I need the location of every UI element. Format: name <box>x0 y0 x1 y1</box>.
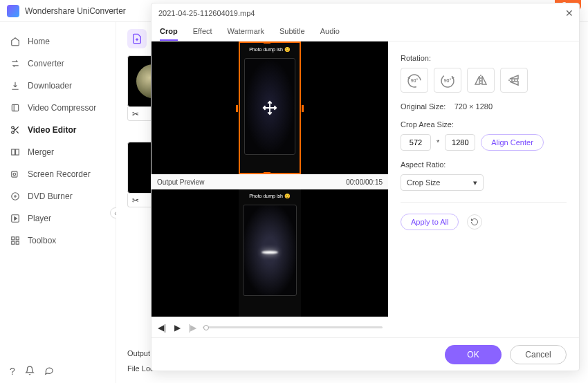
prev-frame-button[interactable]: ◀| <box>157 323 167 333</box>
crop-multiply: * <box>437 138 439 147</box>
original-size-value: 720 × 1280 <box>454 102 493 111</box>
sidebar-item-screen-recorder[interactable]: Screen Recorder <box>0 163 116 185</box>
divider <box>401 202 567 203</box>
sidebar-item-merger[interactable]: Merger <box>0 141 116 163</box>
apply-to-all-button[interactable]: Apply to All <box>401 214 459 230</box>
playback-controls: ◀| ▶ |▶ <box>151 317 388 337</box>
sidebar-item-label: Toolbox <box>28 236 56 245</box>
svg-point-1 <box>12 127 15 129</box>
scissors-icon[interactable]: ✂ <box>132 109 139 119</box>
align-center-button[interactable]: Align Center <box>481 134 544 151</box>
crop-height-input[interactable] <box>445 134 475 151</box>
crop-width-input[interactable] <box>401 134 431 151</box>
sidebar-item-downloader[interactable]: Downloader <box>0 75 116 97</box>
svg-text:90°: 90° <box>411 78 419 83</box>
dialog-header: 2021-04-25-112604019.mp4 ✕ <box>151 3 579 23</box>
original-size-label: Original Size: <box>401 102 445 111</box>
download-icon <box>10 80 21 91</box>
tab-crop[interactable]: Crop <box>160 23 178 41</box>
rotate-left-button[interactable]: 90° <box>401 68 428 93</box>
dialog-footer: OK Cancel <box>151 337 579 371</box>
disc-icon <box>10 191 21 202</box>
sidebar-item-label: Downloader <box>28 81 72 91</box>
video-content <box>243 205 297 296</box>
next-frame-button[interactable]: |▶ <box>187 323 197 333</box>
crop-settings-panel: Rotation: 90° 90° Original Size: 720 × <box>388 41 579 337</box>
crop-preview[interactable]: Photo dump ish 😊 <box>151 41 388 174</box>
svg-rect-5 <box>12 171 17 177</box>
sidebar-item-label: DVD Burner <box>28 192 73 201</box>
tab-watermark[interactable]: Watermark <box>228 23 264 41</box>
sidebar-item-home[interactable]: Home <box>0 30 116 53</box>
home-icon <box>10 36 21 47</box>
play-button[interactable]: ▶ <box>172 323 182 333</box>
svg-point-2 <box>12 131 15 134</box>
bell-icon[interactable] <box>25 366 35 377</box>
video-overlay-text: Photo dump ish 😊 <box>239 194 301 199</box>
scissors-icon[interactable]: ✂ <box>132 196 139 205</box>
sidebar-item-player[interactable]: Player <box>0 207 116 230</box>
crop-dialog: 2021-04-25-112604019.mp4 ✕ Crop Effect W… <box>151 3 580 371</box>
svg-rect-3 <box>12 149 15 155</box>
svg-rect-0 <box>12 104 18 111</box>
cancel-button[interactable]: Cancel <box>510 345 567 364</box>
crop-frame[interactable]: Photo dump ish 😊 <box>239 41 301 174</box>
recorder-icon <box>10 169 21 180</box>
svg-point-8 <box>15 196 16 197</box>
chevron-down-icon: ▾ <box>473 178 477 187</box>
flip-vertical-button[interactable] <box>500 68 528 93</box>
aspect-ratio-select[interactable]: Crop Size ▾ <box>401 174 484 191</box>
ok-button[interactable]: OK <box>445 345 502 364</box>
preview-column: Photo dump ish 😊 Output Preview 00:00/00… <box>151 41 388 337</box>
crop-area-label: Crop Area Size: <box>401 120 567 129</box>
help-icon[interactable]: ? <box>10 366 15 377</box>
sidebar-item-label: Merger <box>28 147 54 157</box>
sidebar-item-label: Video Editor <box>28 125 76 135</box>
close-icon[interactable]: ✕ <box>565 8 573 19</box>
flip-horizontal-button[interactable] <box>467 68 495 93</box>
svg-rect-10 <box>12 237 15 240</box>
editor-tabs: Crop Effect Watermark Subtitle Audio <box>151 23 579 41</box>
sidebar-item-label: Screen Recorder <box>28 169 91 179</box>
sidebar-item-compressor[interactable]: Video Compressor <box>0 97 116 119</box>
sidebar-item-toolbox[interactable]: Toolbox <box>0 230 116 252</box>
aspect-ratio-label: Aspect Ratio: <box>401 160 567 169</box>
chat-icon[interactable] <box>44 366 54 377</box>
sidebar: Home Converter Downloader Video Compress… <box>0 22 116 383</box>
sidebar-item-converter[interactable]: Converter <box>0 53 116 75</box>
time-display: 00:00/00:15 <box>346 178 383 186</box>
sidebar-item-label: Home <box>28 37 50 46</box>
dialog-filename: 2021-04-25-112604019.mp4 <box>158 9 255 17</box>
app-title: Wondershare UniConverter <box>25 6 126 16</box>
grid-icon <box>10 235 21 246</box>
svg-point-7 <box>12 193 19 200</box>
reset-button[interactable] <box>467 214 482 230</box>
play-icon <box>10 213 21 224</box>
svg-text:90°: 90° <box>444 78 452 83</box>
tab-subtitle[interactable]: Subtitle <box>279 23 305 41</box>
merger-icon <box>10 147 21 158</box>
svg-rect-11 <box>16 237 19 240</box>
move-icon[interactable] <box>262 100 277 115</box>
scissors-icon <box>10 124 21 136</box>
output-preview-bar: Output Preview 00:00/00:15 <box>151 174 388 189</box>
tab-audio[interactable]: Audio <box>320 23 340 41</box>
sidebar-item-label: Converter <box>28 59 64 68</box>
seek-thumb[interactable] <box>203 325 209 330</box>
add-file-button[interactable] <box>127 29 147 48</box>
seek-slider[interactable] <box>203 326 383 328</box>
aspect-ratio-value: Crop Size <box>407 178 440 187</box>
rotation-label: Rotation: <box>401 54 567 62</box>
svg-rect-12 <box>12 241 15 244</box>
output-preview: Photo dump ish 😊 <box>151 189 388 317</box>
svg-point-6 <box>13 173 16 176</box>
output-preview-label: Output Preview <box>157 178 204 186</box>
rotate-right-button[interactable]: 90° <box>434 68 461 93</box>
sidebar-item-dvd-burner[interactable]: DVD Burner <box>0 185 116 207</box>
video-overlay-text: Photo dump ish 😊 <box>240 47 300 53</box>
sidebar-item-video-editor[interactable]: Video Editor <box>0 119 116 141</box>
sidebar-item-label: Video Compressor <box>28 103 96 113</box>
tab-effect[interactable]: Effect <box>193 23 212 41</box>
svg-rect-13 <box>16 241 19 244</box>
converter-icon <box>10 58 21 69</box>
